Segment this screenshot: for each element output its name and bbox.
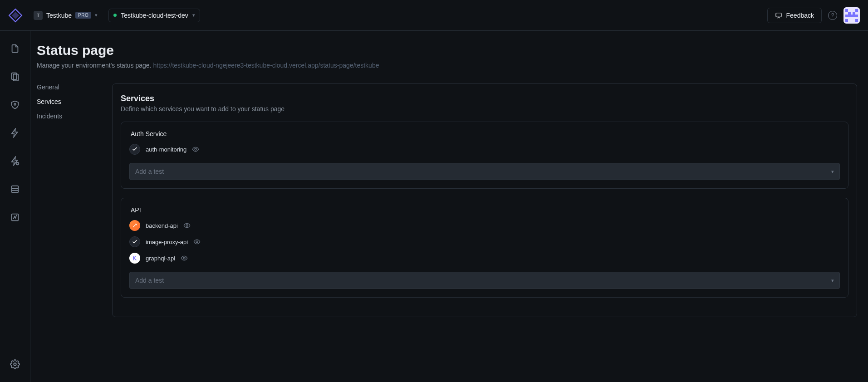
chat-icon xyxy=(775,12,782,19)
svg-rect-2 xyxy=(776,13,781,17)
feedback-label: Feedback xyxy=(786,12,814,19)
visibility-toggle-icon[interactable] xyxy=(181,255,188,262)
panel-subheading: Define which services you want to add to… xyxy=(121,105,848,113)
visibility-toggle-icon[interactable] xyxy=(193,238,201,245)
test-name: image-proxy-api xyxy=(146,239,188,245)
help-button[interactable]: ? xyxy=(828,11,837,20)
svg-rect-4 xyxy=(845,9,848,12)
nav-item-security[interactable] xyxy=(10,100,20,110)
visibility-toggle-icon[interactable] xyxy=(192,146,199,153)
svg-point-19 xyxy=(14,363,16,366)
user-avatar[interactable] xyxy=(843,7,860,24)
add-test-select[interactable]: Add a test▾ xyxy=(129,163,840,180)
pro-badge: PRO xyxy=(75,12,91,19)
svg-rect-9 xyxy=(845,19,848,22)
services-panel: Services Define which services you want … xyxy=(112,83,857,317)
test-row: graphql-api xyxy=(129,253,840,264)
org-name: Testkube xyxy=(46,12,72,19)
visibility-toggle-icon[interactable] xyxy=(183,222,191,229)
feedback-button[interactable]: Feedback xyxy=(767,8,822,23)
tab-services[interactable]: Services xyxy=(37,98,112,105)
test-row: backend-api xyxy=(129,220,840,231)
nav-item-suites[interactable] xyxy=(10,72,20,82)
service-title: API xyxy=(131,206,840,214)
add-test-select[interactable]: Add a test▾ xyxy=(129,272,840,289)
nav-item-triggers[interactable] xyxy=(10,128,20,138)
status-dot-icon xyxy=(113,14,117,17)
primary-nav xyxy=(0,31,30,382)
svg-rect-8 xyxy=(845,15,858,17)
chevron-down-icon: ▾ xyxy=(831,169,834,175)
chevron-down-icon: ▾ xyxy=(192,12,195,18)
nav-item-file[interactable] xyxy=(10,44,20,54)
settings-tabs: General Services Incidents xyxy=(30,83,112,317)
test-type-icon xyxy=(129,253,140,264)
nav-item-executors[interactable] xyxy=(10,184,20,194)
service-title: Auth Service xyxy=(131,130,840,137)
test-name: graphql-api xyxy=(146,255,175,262)
svg-point-14 xyxy=(16,162,19,165)
test-type-icon xyxy=(129,220,140,231)
test-type-icon xyxy=(129,144,140,155)
test-type-icon xyxy=(129,236,140,247)
page-subtitle-text: Manage your environment's status page. xyxy=(37,62,153,69)
test-row: auth-monitoring xyxy=(129,144,840,155)
page-title: Status page xyxy=(37,43,857,58)
add-test-placeholder: Add a test xyxy=(135,168,164,175)
app-logo xyxy=(8,8,23,23)
test-list: backend-apiimage-proxy-apigraphql-api xyxy=(129,220,840,264)
environment-switcher[interactable]: Testkube-cloud-test-dev ▾ xyxy=(108,9,200,22)
svg-rect-7 xyxy=(853,12,855,15)
svg-rect-6 xyxy=(848,12,851,15)
svg-point-13 xyxy=(14,103,16,105)
tab-incidents[interactable]: Incidents xyxy=(37,113,112,120)
add-test-placeholder: Add a test xyxy=(135,277,164,284)
nav-item-status-page[interactable] xyxy=(10,212,20,222)
svg-rect-5 xyxy=(855,9,858,12)
test-list: auth-monitoring xyxy=(129,144,840,155)
nav-item-webhooks[interactable] xyxy=(10,156,20,166)
svg-rect-10 xyxy=(855,19,858,22)
status-page-link[interactable]: https://testkube-cloud-ngejeere3-testkub… xyxy=(153,62,379,69)
svg-rect-15 xyxy=(12,186,19,193)
environment-name: Testkube-cloud-test-dev xyxy=(121,12,188,19)
app-header: T Testkube PRO ▾ Testkube-cloud-test-dev… xyxy=(0,0,868,31)
service-card: Auth Serviceauth-monitoringAdd a test▾ xyxy=(121,122,848,189)
test-name: backend-api xyxy=(146,222,178,229)
org-switcher[interactable]: T Testkube PRO ▾ xyxy=(29,8,102,23)
test-row: image-proxy-api xyxy=(129,236,840,247)
service-card: APIbackend-apiimage-proxy-apigraphql-api… xyxy=(121,198,848,298)
chevron-down-icon: ▾ xyxy=(831,278,834,284)
nav-item-settings[interactable] xyxy=(10,359,20,369)
test-name: auth-monitoring xyxy=(146,146,186,153)
svg-marker-1 xyxy=(12,12,19,19)
org-avatar: T xyxy=(34,11,43,20)
chevron-down-icon: ▾ xyxy=(95,12,98,18)
panel-heading: Services xyxy=(121,94,848,103)
tab-general[interactable]: General xyxy=(37,83,112,91)
page-subtitle: Manage your environment's status page. h… xyxy=(37,62,857,69)
